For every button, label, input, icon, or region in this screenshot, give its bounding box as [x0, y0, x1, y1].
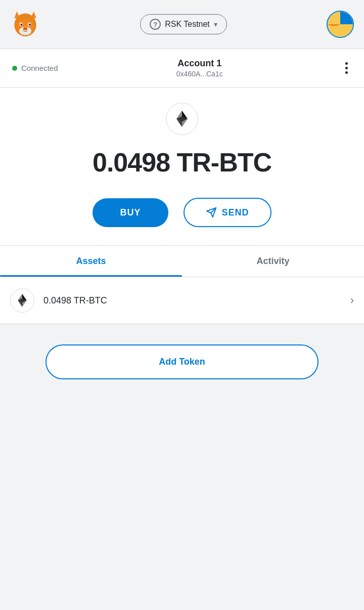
- header: ? RSK Testnet ▾: [0, 0, 364, 49]
- metamask-logo[interactable]: [10, 9, 40, 39]
- send-label: SEND: [222, 207, 249, 218]
- help-icon: ?: [150, 19, 161, 30]
- add-token-section: Add Token: [0, 324, 364, 400]
- balance-display: 0.0498 TR-BTC: [93, 147, 271, 178]
- account-info: Account 1 0x460A...Ca1c: [176, 58, 223, 78]
- token-icon: [166, 103, 198, 135]
- eth-asset-icon: [15, 293, 30, 308]
- add-token-button[interactable]: Add Token: [46, 344, 318, 379]
- dot-2: [345, 67, 348, 69]
- account-address: 0x460A...Ca1c: [176, 70, 223, 78]
- eth-diamond-icon: [172, 109, 192, 128]
- dot-1: [345, 62, 348, 65]
- tab-activity[interactable]: Activity: [182, 246, 364, 277]
- tabs: Assets Activity: [0, 246, 364, 277]
- chevron-down-icon: ▾: [214, 20, 217, 28]
- avatar[interactable]: [327, 11, 354, 38]
- svg-point-11: [29, 24, 31, 26]
- dot-3: [345, 71, 348, 74]
- connected-badge: Connected: [12, 64, 58, 72]
- connected-label: Connected: [21, 64, 58, 72]
- asset-name: 0.0498 TR-BTC: [43, 295, 350, 306]
- svg-point-7: [23, 27, 27, 30]
- network-selector[interactable]: ? RSK Testnet ▾: [140, 14, 227, 34]
- tab-assets[interactable]: Assets: [0, 246, 182, 277]
- send-button[interactable]: SEND: [184, 198, 271, 227]
- account-bar: Connected Account 1 0x460A...Ca1c: [0, 49, 364, 88]
- asset-icon: [10, 288, 34, 313]
- send-icon: [206, 207, 217, 218]
- network-name: RSK Testnet: [165, 20, 210, 29]
- account-name: Account 1: [176, 58, 223, 69]
- account-options-button[interactable]: [341, 60, 352, 76]
- buy-button[interactable]: BUY: [93, 198, 168, 227]
- svg-point-10: [20, 24, 22, 26]
- asset-row[interactable]: 0.0498 TR-BTC ›: [0, 277, 364, 324]
- asset-chevron-icon: ›: [350, 294, 354, 307]
- wallet-main: 0.0498 TR-BTC BUY SEND: [0, 88, 364, 246]
- assets-section: 0.0498 TR-BTC ›: [0, 277, 364, 324]
- action-buttons: BUY SEND: [93, 198, 271, 227]
- connected-dot: [12, 66, 17, 71]
